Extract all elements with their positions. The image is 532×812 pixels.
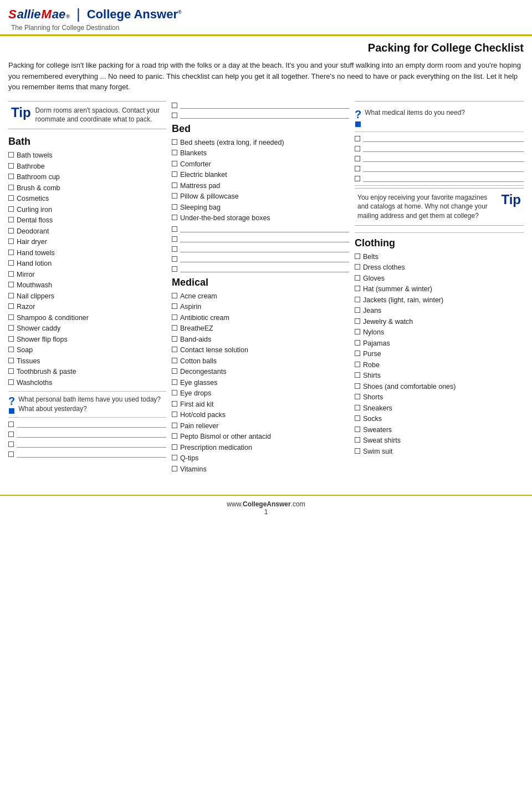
checkbox[interactable] — [8, 206, 14, 212]
checkbox[interactable] — [8, 228, 14, 234]
list-item: Bathrobe — [8, 162, 166, 172]
checkbox[interactable] — [355, 383, 360, 389]
divider — [355, 131, 524, 132]
checkbox[interactable] — [8, 336, 14, 342]
checkbox[interactable] — [8, 217, 14, 222]
checkbox[interactable] — [172, 215, 177, 220]
checkbox[interactable] — [355, 307, 360, 313]
list-item: Band-aids — [172, 335, 349, 345]
checkbox[interactable] — [8, 250, 14, 255]
list-item: Sleeping bag — [172, 203, 349, 213]
checkbox[interactable] — [355, 136, 360, 141]
list-item: Under-the-bed storage boxes — [172, 214, 349, 224]
checkbox[interactable] — [8, 163, 14, 169]
checkbox[interactable] — [172, 293, 177, 298]
checkbox[interactable] — [8, 451, 14, 457]
tip-box-1: Tip Dorm rooms aren't spacious. Contact … — [8, 101, 166, 130]
checkbox[interactable] — [172, 455, 177, 460]
checkbox[interactable] — [355, 286, 360, 291]
checkbox[interactable] — [355, 329, 360, 334]
checkbox[interactable] — [8, 303, 14, 309]
checkbox[interactable] — [8, 174, 14, 179]
checkbox[interactable] — [355, 176, 360, 181]
checkbox[interactable] — [355, 427, 360, 432]
checkbox[interactable] — [8, 368, 14, 374]
checkbox[interactable] — [355, 146, 360, 151]
checkbox[interactable] — [8, 432, 14, 437]
checkbox[interactable] — [8, 441, 14, 447]
checkbox[interactable] — [172, 171, 177, 177]
list-item: Deodorant — [8, 227, 166, 237]
checkbox[interactable] — [172, 368, 177, 374]
checkbox[interactable] — [355, 318, 360, 324]
checkbox[interactable] — [8, 325, 14, 331]
checkbox[interactable] — [355, 415, 360, 421]
checkbox[interactable] — [172, 412, 177, 417]
checkbox[interactable] — [172, 444, 177, 450]
checkbox[interactable] — [172, 390, 177, 395]
checkbox[interactable] — [172, 246, 177, 252]
tip-label-1: Tip — [11, 106, 31, 119]
checkbox[interactable] — [8, 379, 14, 385]
intro-text: Packing for college isn't like packing f… — [8, 60, 524, 93]
checkbox[interactable] — [8, 185, 14, 190]
checkbox[interactable] — [355, 297, 360, 302]
checkbox[interactable] — [355, 372, 360, 378]
checkbox[interactable] — [172, 303, 177, 309]
checkbox[interactable] — [172, 423, 177, 428]
checkbox[interactable] — [172, 266, 177, 272]
checkbox[interactable] — [355, 362, 360, 367]
checkbox[interactable] — [8, 238, 14, 244]
checkbox[interactable] — [355, 437, 360, 443]
checkbox[interactable] — [8, 260, 14, 266]
checkbox[interactable] — [172, 466, 177, 471]
checkbox[interactable] — [172, 358, 177, 363]
checkbox[interactable] — [8, 195, 14, 201]
checkbox[interactable] — [355, 166, 360, 171]
checkbox[interactable] — [355, 253, 360, 259]
question-icon-2: ? — [355, 108, 361, 127]
checkbox[interactable] — [355, 448, 360, 454]
checkbox[interactable] — [355, 351, 360, 356]
checkbox[interactable] — [8, 271, 14, 277]
checkbox[interactable] — [172, 256, 177, 262]
list-item: Pillow & pillowcase — [172, 192, 349, 202]
checkbox[interactable] — [355, 275, 360, 281]
checkbox[interactable] — [172, 103, 177, 108]
checkbox[interactable] — [8, 282, 14, 287]
checkbox[interactable] — [172, 433, 177, 439]
checkbox[interactable] — [355, 340, 360, 346]
checkbox[interactable] — [172, 226, 177, 232]
checkbox[interactable] — [172, 150, 177, 155]
checkbox[interactable] — [172, 182, 177, 188]
checkbox[interactable] — [172, 139, 177, 145]
checkbox[interactable] — [355, 264, 360, 270]
checkbox[interactable] — [172, 325, 177, 331]
list-item: Bed sheets (extra long, if needed) — [172, 138, 349, 148]
checkbox[interactable] — [355, 405, 360, 410]
list-item: Shampoo & conditioner — [8, 313, 166, 323]
checkbox[interactable] — [355, 394, 360, 399]
list-item: Soap — [8, 346, 166, 356]
checkbox[interactable] — [8, 422, 14, 427]
columns: Tip Dorm rooms aren't spacious. Contact … — [8, 101, 524, 476]
checkbox[interactable] — [172, 193, 177, 199]
checkbox[interactable] — [172, 161, 177, 166]
checkbox[interactable] — [172, 113, 177, 118]
blank-row — [8, 420, 166, 428]
checkbox[interactable] — [172, 347, 177, 352]
checkbox[interactable] — [8, 358, 14, 363]
checkbox[interactable] — [355, 156, 360, 161]
checkbox[interactable] — [8, 347, 14, 352]
blank-row — [355, 164, 524, 172]
checkbox[interactable] — [8, 152, 14, 158]
checkbox[interactable] — [172, 379, 177, 385]
checkbox[interactable] — [172, 236, 177, 242]
checkbox[interactable] — [172, 314, 177, 320]
checkbox[interactable] — [172, 401, 177, 407]
list-item: Comforter — [172, 160, 349, 170]
checkbox[interactable] — [8, 293, 14, 298]
checkbox[interactable] — [8, 314, 14, 320]
checkbox[interactable] — [172, 336, 177, 342]
checkbox[interactable] — [172, 204, 177, 210]
